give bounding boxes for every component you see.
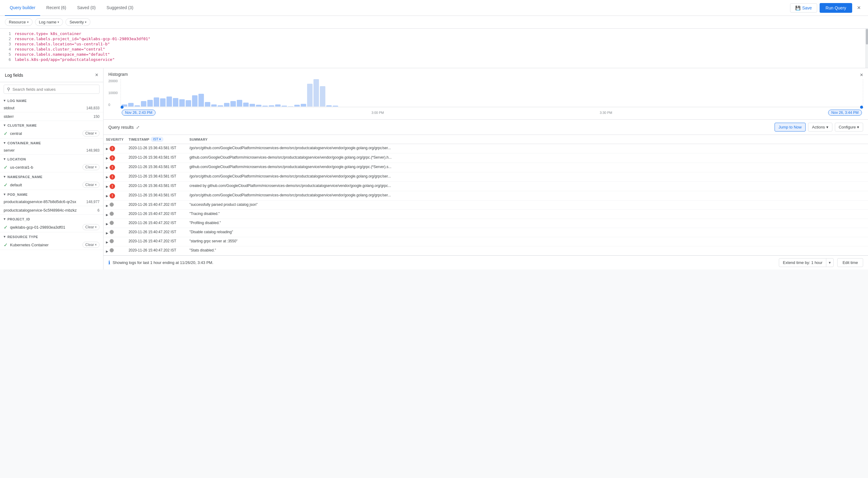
histogram-bar[interactable] <box>141 101 146 107</box>
range-start-dot[interactable] <box>121 106 124 109</box>
expand-arrow-icon[interactable]: ▶ <box>106 231 110 235</box>
expand-icon[interactable]: ⤢ <box>136 125 140 130</box>
expand-arrow-icon[interactable]: ▶ <box>106 204 110 207</box>
expand-arrow-icon[interactable]: ▶ <box>106 241 110 244</box>
histogram-bar[interactable] <box>173 98 178 107</box>
expand-arrow-icon[interactable]: ▶ <box>106 194 110 198</box>
expand-arrow-icon[interactable]: ▶ <box>106 213 110 216</box>
section-cluster-name[interactable]: ▾ CLUSTER_NAME <box>0 121 103 128</box>
expand-arrow-icon[interactable]: ▶ <box>106 222 110 226</box>
sort-ist-button[interactable]: IST ▾ <box>151 137 163 142</box>
histogram-bar[interactable] <box>243 102 249 107</box>
jump-to-now-button[interactable]: Jump to Now <box>775 123 806 131</box>
section-namespace-name[interactable]: ▾ NAMESPACE_NAME <box>0 172 103 180</box>
table-row[interactable]: ▶2020-11-26 15:40:47.202 IST"Disable cat… <box>103 228 868 237</box>
code-editor[interactable]: 1 resource.type= k8s_container 2 resourc… <box>0 29 868 68</box>
list-item[interactable]: stderr 150 <box>0 112 103 121</box>
histogram-bar[interactable] <box>179 99 185 107</box>
histogram-bar[interactable] <box>256 105 261 107</box>
close-button[interactable]: × <box>855 3 863 12</box>
histogram-bar[interactable] <box>154 97 159 107</box>
table-row[interactable]: ▶!2020-11-26 15:36:43.581 IST/go/src/git… <box>103 191 868 201</box>
search-input[interactable] <box>12 87 96 92</box>
histogram-bar[interactable] <box>205 102 210 107</box>
section-project-id[interactable]: ▾ PROJECT_ID <box>0 215 103 222</box>
expand-arrow-icon[interactable]: ▶ <box>106 156 110 160</box>
list-item[interactable]: ✓ central Clear × <box>0 128 103 139</box>
histogram-bar[interactable] <box>301 104 306 107</box>
table-row[interactable]: ▶!2020-11-26 15:36:43.581 IST/go/src/git… <box>103 172 868 182</box>
list-item[interactable]: ✓ default Clear × <box>0 180 103 190</box>
histogram-close-button[interactable]: × <box>860 72 863 78</box>
section-resource-type[interactable]: ▾ RESOURCE TYPE <box>0 232 103 240</box>
histogram-bar[interactable] <box>326 106 332 107</box>
histogram-bar[interactable] <box>250 104 255 107</box>
clear-button[interactable]: Clear × <box>83 182 99 188</box>
table-row[interactable]: ▶!2020-11-26 15:36:43.581 ISTgithub.com/… <box>103 153 868 163</box>
table-row[interactable]: ▶2020-11-26 15:40:47.202 IST"starting gr… <box>103 237 868 246</box>
expand-arrow-icon[interactable]: ▶ <box>106 250 110 253</box>
section-pod-name[interactable]: ▾ POD_NAME <box>0 190 103 198</box>
chart-area[interactable]: Nov 26, 2:43 PM 3:00 PM 3:30 PM Nov 26, … <box>121 79 863 116</box>
histogram-bar[interactable] <box>224 103 229 107</box>
histogram-bar[interactable] <box>147 100 153 107</box>
list-item[interactable]: server 148,983 <box>0 146 103 155</box>
list-item[interactable]: productcatalogservice-857b8d5dc6-qr2sx 1… <box>0 198 103 206</box>
expand-arrow-icon[interactable]: ▶ <box>106 166 110 169</box>
histogram-bar[interactable] <box>218 106 223 107</box>
histogram-bar[interactable] <box>275 104 281 107</box>
log-fields-close-button[interactable]: × <box>95 72 98 78</box>
histogram-bar[interactable] <box>128 103 134 107</box>
severity-filter[interactable]: Severity ▾ <box>65 18 90 26</box>
histogram-bar[interactable] <box>281 106 287 107</box>
expand-arrow-icon[interactable]: ▶ <box>106 175 110 179</box>
table-row[interactable]: ▶2020-11-26 15:40:47.202 IST"Profiling d… <box>103 219 868 228</box>
tab-query-builder[interactable]: Query builder <box>5 0 40 16</box>
histogram-bar[interactable] <box>134 106 140 107</box>
tab-suggested[interactable]: Suggested (3) <box>102 0 138 16</box>
tab-recent[interactable]: Recent (6) <box>41 0 71 16</box>
histogram-bar[interactable] <box>211 104 217 107</box>
list-item[interactable]: productcatalogservice-5c5f48984c-mbzkz 6 <box>0 206 103 215</box>
histogram-bar[interactable] <box>262 106 268 107</box>
tab-saved[interactable]: Saved (0) <box>72 0 100 16</box>
histogram-bar[interactable] <box>320 86 326 107</box>
edit-time-button[interactable]: Edit time <box>837 258 863 267</box>
histogram-bar[interactable] <box>333 106 338 107</box>
table-row[interactable]: ▶2020-11-26 15:40:47.202 IST"Stats disab… <box>103 246 868 256</box>
histogram-bar[interactable] <box>166 96 172 107</box>
save-button[interactable]: 💾 Save <box>790 3 817 12</box>
clear-button[interactable]: Clear × <box>83 130 99 137</box>
clear-button[interactable]: Clear × <box>83 164 99 170</box>
extend-time-chevron[interactable]: ▾ <box>826 259 833 267</box>
histogram-bar[interactable] <box>294 105 300 107</box>
resource-filter[interactable]: Resource ▾ <box>5 18 33 26</box>
extend-time-main[interactable]: Extend time by: 1 hour <box>779 259 826 267</box>
histogram-bar[interactable] <box>230 101 236 107</box>
section-container-name[interactable]: ▾ CONTAINER_NAME <box>0 139 103 146</box>
run-query-button[interactable]: Run Query <box>819 3 852 13</box>
expand-arrow-icon[interactable]: ▶ <box>106 147 110 150</box>
clear-button[interactable]: Clear × <box>83 242 99 248</box>
list-item[interactable]: stdout 148,833 <box>0 104 103 112</box>
scrollbar-thumb[interactable] <box>866 29 868 45</box>
histogram-bar[interactable] <box>186 100 191 107</box>
table-row[interactable]: ▶2020-11-26 15:40:47.202 IST"successfull… <box>103 201 868 210</box>
histogram-bar[interactable] <box>269 106 274 107</box>
histogram-bar[interactable] <box>237 100 242 107</box>
table-row[interactable]: ▶!2020-11-26 15:36:43.581 ISTgithub.com/… <box>103 163 868 172</box>
col-timestamp[interactable]: TIMESTAMP IST ▾ <box>126 135 187 144</box>
clear-button[interactable]: Clear × <box>83 224 99 230</box>
histogram-bar[interactable] <box>313 79 319 107</box>
list-item[interactable]: ✓ Kubernetes Container Clear × <box>0 240 103 250</box>
extend-time-button[interactable]: Extend time by: 1 hour ▾ <box>779 258 834 267</box>
list-item[interactable]: ✓ qwiklabs-gcp-01-29893ea3df01 Clear × <box>0 222 103 232</box>
table-row[interactable]: ▶!2020-11-26 15:36:43.581 ISTcreated by … <box>103 182 868 191</box>
table-row[interactable]: ▶2020-11-26 15:40:47.202 IST"Tracing dis… <box>103 210 868 219</box>
code-scrollbar[interactable] <box>866 29 868 68</box>
expand-arrow-icon[interactable]: ▶ <box>106 185 110 188</box>
configure-button[interactable]: Configure ▾ <box>835 123 863 131</box>
histogram-bar[interactable] <box>307 84 313 107</box>
table-row[interactable]: ▶!2020-11-26 15:36:43.581 IST/go/src/git… <box>103 144 868 153</box>
list-item[interactable]: ✓ us-central1-b Clear × <box>0 162 103 172</box>
